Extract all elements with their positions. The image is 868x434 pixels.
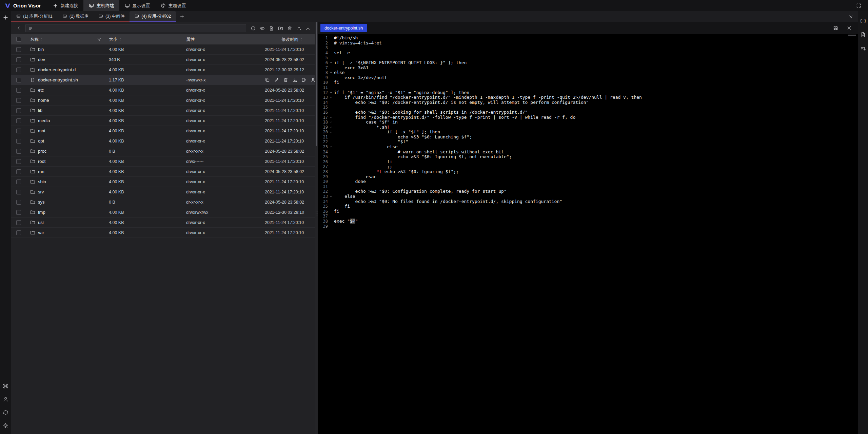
file-row-var[interactable]: var4.00 KBdrwxr-xr-x2021-11-24 17:20:10 — [11, 228, 315, 238]
file-row-docker-entrypoint.d[interactable]: docker-entrypoint.d4.00 KBdrwxr-xr-x2021… — [11, 65, 315, 75]
new-folder-button[interactable] — [276, 24, 284, 32]
file-name[interactable]: sbin — [38, 179, 46, 184]
file-row-usr[interactable]: usr4.00 KBdrwxr-xr-x2021-11-24 17:20:10 — [11, 218, 315, 228]
file-name[interactable]: tmp — [38, 210, 45, 215]
row-checkbox[interactable] — [16, 47, 21, 52]
new-session-button[interactable] — [3, 15, 8, 20]
file-row-root[interactable]: root4.00 KBdrwx------2021-11-24 17:20:10 — [11, 156, 315, 167]
file-row-mnt[interactable]: mnt4.00 KBdrwxr-xr-x2021-11-24 17:20:10 — [11, 126, 315, 136]
row-checkbox[interactable] — [16, 108, 21, 113]
fold-toggle[interactable] — [328, 70, 334, 75]
file-row-bin[interactable]: bin4.00 KBdrwxr-xr-x2021-11-24 17:20:10 — [11, 44, 315, 55]
file-name[interactable]: run — [38, 169, 44, 174]
permission-button[interactable] — [311, 77, 315, 82]
editor-scrollbar-thumb[interactable] — [848, 35, 856, 36]
terminal-tab-2[interactable]: (2) 数据库 — [58, 11, 94, 22]
row-checkbox[interactable] — [16, 57, 21, 62]
upload-button[interactable] — [295, 24, 303, 32]
file-manager-button[interactable] — [860, 32, 866, 38]
col-time[interactable]: 修改时间 — [281, 37, 298, 42]
fold-toggle[interactable] — [328, 115, 334, 120]
file-row-etc[interactable]: etc4.00 KBdrwxr-xr-x2024-05-28 23:58:02 — [11, 85, 315, 95]
nav-item-host-terminal[interactable]: 主机终端 — [83, 0, 119, 11]
file-row-opt[interactable]: opt4.00 KBdrwxr-xr-x2021-11-24 17:20:10 — [11, 136, 315, 146]
col-size[interactable]: 大小 — [109, 37, 117, 42]
file-name[interactable]: lib — [38, 108, 42, 113]
fold-toggle[interactable] — [328, 60, 334, 65]
copy-path-button[interactable] — [265, 77, 270, 82]
file-name[interactable]: bin — [38, 47, 44, 52]
file-name[interactable]: home — [38, 98, 49, 103]
file-name[interactable]: media — [38, 118, 50, 123]
fold-toggle[interactable] — [328, 130, 334, 135]
back-button[interactable] — [15, 24, 23, 32]
row-checkbox[interactable] — [16, 220, 21, 225]
refresh-button[interactable] — [249, 24, 257, 32]
row-checkbox[interactable] — [16, 230, 21, 235]
transfer-list-button[interactable] — [3, 410, 8, 415]
terminal-tab-4[interactable]: (4) 应用-分析02 — [130, 11, 176, 22]
command-snippets-button[interactable] — [3, 383, 8, 389]
filter-button[interactable] — [97, 37, 101, 42]
fold-toggle[interactable] — [328, 120, 334, 125]
save-button[interactable] — [831, 24, 840, 32]
file-name[interactable]: sys — [38, 200, 45, 205]
move-button[interactable] — [301, 77, 307, 82]
brand[interactable]: Orion Visor — [0, 0, 47, 11]
row-checkbox[interactable] — [16, 159, 21, 164]
fold-toggle[interactable] — [328, 90, 334, 95]
row-checkbox[interactable] — [16, 139, 21, 144]
new-tab-button[interactable] — [176, 11, 188, 22]
download-button[interactable] — [292, 77, 297, 82]
row-checkbox[interactable] — [16, 88, 21, 93]
row-checkbox[interactable] — [16, 210, 21, 215]
file-row-sys[interactable]: sys0 Bdr-xr-xr-x2024-05-28 23:58:02 — [11, 197, 315, 207]
col-name[interactable]: 名称 — [30, 37, 39, 42]
fullscreen-button[interactable] — [854, 2, 863, 10]
file-name[interactable]: var — [38, 230, 44, 235]
variables-button[interactable]: { } — [860, 18, 866, 24]
delete-button[interactable] — [283, 77, 288, 82]
download-button[interactable] — [304, 24, 312, 32]
user-center-button[interactable] — [3, 396, 8, 402]
fold-toggle[interactable] — [328, 95, 334, 100]
scrollbar-thumb[interactable] — [316, 22, 317, 146]
nav-item-theme-settings[interactable]: 主题设置 — [155, 0, 191, 11]
file-name[interactable]: mnt — [38, 128, 45, 133]
select-all-checkbox[interactable] — [16, 37, 21, 42]
file-row-run[interactable]: run4.00 KBdrwxr-xr-x2024-05-28 23:58:02 — [11, 167, 315, 177]
file-name[interactable]: dev — [38, 57, 45, 62]
file-row-dev[interactable]: dev340 Bdrwxr-xr-x2024-05-28 23:58:02 — [11, 55, 315, 65]
file-name[interactable]: opt — [38, 138, 44, 144]
new-file-button[interactable] — [267, 24, 275, 32]
settings-button[interactable] — [3, 423, 8, 429]
close-button[interactable] — [845, 24, 853, 32]
file-row-srv[interactable]: srv4.00 KBdrwxr-xr-x2021-11-24 17:20:10 — [11, 187, 315, 197]
row-checkbox[interactable] — [16, 180, 21, 184]
delete-button[interactable] — [285, 24, 294, 32]
file-row-tmp[interactable]: tmp4.00 KBdrwxrwxrwx2021-12-30 03:29:10 — [11, 207, 315, 218]
row-checkbox[interactable] — [16, 169, 21, 174]
terminal-tab-1[interactable]: (1) 应用-分析01 — [11, 11, 58, 22]
row-checkbox[interactable] — [16, 200, 21, 205]
file-row-docker-entrypoint.sh[interactable]: docker-entrypoint.sh1.17 KB-rwxrwxr-x — [11, 75, 315, 85]
file-row-media[interactable]: media4.00 KBdrwxr-xr-x2021-11-24 17:20:1… — [11, 116, 315, 126]
row-checkbox[interactable] — [16, 68, 21, 72]
file-name[interactable]: root — [38, 159, 45, 164]
fold-toggle[interactable] — [328, 194, 334, 199]
edit-button[interactable] — [274, 77, 279, 82]
editor-tab[interactable]: docker-entrypoint.sh — [320, 24, 367, 32]
row-checkbox[interactable] — [16, 190, 21, 194]
panel-splitter[interactable] — [315, 22, 318, 434]
file-row-home[interactable]: home4.00 KBdrwxr-xr-x2021-11-24 17:20:10 — [11, 95, 315, 106]
row-checkbox[interactable] — [16, 98, 21, 103]
show-hidden-button[interactable] — [258, 24, 266, 32]
file-name[interactable]: docker-entrypoint.sh — [38, 77, 78, 82]
nav-item-display-settings[interactable]: 显示设置 — [119, 0, 155, 11]
nav-item-new-connection[interactable]: 新建连接 — [47, 0, 83, 11]
file-name[interactable]: proc — [38, 149, 46, 154]
fold-toggle[interactable] — [328, 125, 334, 130]
code-area[interactable]: 1#!/bin/sh2# vim:sw=4:ts=4:et34set -e56i… — [318, 34, 858, 434]
sort-lines-button[interactable] — [860, 46, 866, 52]
file-name[interactable]: etc — [38, 88, 44, 93]
